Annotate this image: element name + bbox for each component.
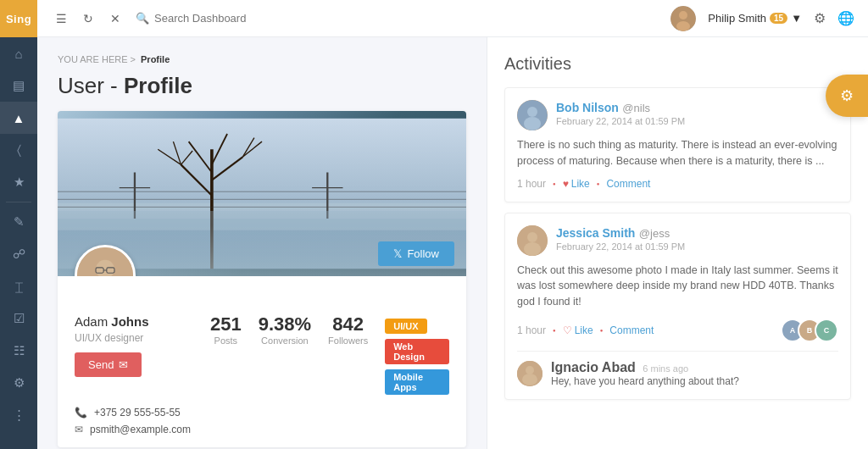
tag-uiux[interactable]: UI/UX — [385, 319, 426, 334]
dot-icon3: ● — [553, 328, 556, 333]
activity-actions: 1 hour ● ♥ Like ● Comment — [517, 178, 838, 190]
fab-button[interactable]: ⚙ — [826, 75, 868, 117]
activity-time: February 22, 2014 at 01:59 PM — [556, 116, 838, 126]
svg-point-34 — [527, 232, 537, 242]
activity-card: Bob Nilson @nils February 22, 2014 at 01… — [504, 87, 851, 202]
commenter-time: 6 mins ago — [643, 363, 688, 374]
envelope-icon: ✉ — [119, 358, 128, 371]
contact-phone: 📞 +375 29 555-55-55 — [75, 407, 449, 419]
close-icon[interactable]: ✕ — [105, 8, 125, 29]
mini-avatar-3: C — [815, 319, 838, 342]
mini-avatars: A B C — [781, 319, 838, 342]
stat-conversion-value: 9.38% — [259, 313, 311, 335]
activity-card-2: Jessica Smith @jess February 22, 2014 at… — [504, 213, 851, 400]
email-icon: ✉ — [75, 424, 83, 435]
refresh-icon[interactable]: ↻ — [78, 8, 98, 29]
left-panel: YOU ARE HERE > Profile User - Profile — [37, 37, 487, 449]
sidebar-item-settings[interactable]: ⚙ — [0, 367, 37, 399]
like-button-2[interactable]: ♡ Like — [563, 324, 593, 336]
svg-point-1 — [679, 11, 687, 19]
dot-icon2: ● — [597, 181, 600, 186]
activity-meta-2: Jessica Smith @jess February 22, 2014 at… — [556, 225, 838, 252]
activity-time-2: February 22, 2014 at 01:59 PM — [556, 241, 838, 252]
profile-contact: 📞 +375 29 555-55-55 ✉ psmith@example.com — [58, 407, 466, 447]
follow-button[interactable]: 𝕏 Follow — [378, 241, 454, 266]
stat-conversion: 9.38% Conversion — [259, 313, 311, 395]
heart-icon-2: ♡ — [563, 324, 572, 336]
sidebar: Sing ⌂ ▤ ▲ 〈 ★ ✎ ☍ ⌶ ☑ ☷ ⚙ ⋮ — [0, 0, 37, 449]
breadcrumb: YOU ARE HERE > Profile — [58, 54, 466, 64]
tag-webdesign[interactable]: Web Design — [385, 339, 449, 364]
sidebar-item-edit[interactable]: ✎ — [0, 206, 37, 238]
topbar: ☰ ↻ ✕ 🔍 Philip Smith 15 ▼ ⚙ 🌐 — [37, 0, 868, 37]
gear-icon[interactable]: ⚙ — [814, 10, 826, 26]
search-input[interactable] — [154, 12, 307, 25]
activity-user-name[interactable]: Bob Nilson — [556, 101, 619, 114]
sidebar-item-note[interactable]: ⌶ — [0, 270, 37, 302]
like-button[interactable]: ♥ Like — [563, 178, 590, 190]
tag-mobileapps[interactable]: Mobile Apps — [385, 369, 449, 395]
stat-posts-value: 251 — [210, 313, 242, 335]
svg-point-37 — [526, 366, 534, 374]
activity-actions-2: 1 hour ● ♡ Like ● Comment — [517, 324, 654, 336]
search-icon: 🔍 — [136, 12, 149, 25]
profile-name-area: Adam Johns UI/UX designer Send ✉ — [75, 313, 193, 377]
activity-name-line-2: Jessica Smith @jess — [556, 225, 838, 241]
activity-user-name-2[interactable]: Jessica Smith — [556, 226, 635, 240]
menu-icon[interactable]: ☰ — [51, 8, 71, 29]
activity-ago-2: 1 hour — [517, 324, 546, 336]
svg-point-38 — [522, 374, 537, 385]
sidebar-item-more[interactable]: ⋮ — [0, 399, 37, 431]
phone-number: +375 29 555-55-55 — [94, 407, 181, 419]
search-bar: 🔍 — [136, 12, 660, 25]
profile-name: Adam Johns — [75, 313, 193, 330]
right-panel: Activities Bob Nilson @nils — [487, 37, 868, 449]
stats-area: 251 Posts 9.38% Conversion 842 Followers — [210, 313, 449, 395]
topbar-right: Philip Smith 15 ▼ ⚙ 🌐 — [670, 6, 854, 31]
email-address: psmith@example.com — [90, 424, 191, 435]
svg-point-35 — [524, 242, 541, 256]
stat-followers: 842 Followers — [328, 313, 368, 395]
sidebar-divider — [6, 202, 31, 202]
activities-title: Activities — [504, 54, 851, 74]
svg-point-2 — [676, 21, 690, 31]
dropdown-icon[interactable]: ▼ — [791, 12, 802, 25]
profile-info-section: Adam Johns UI/UX designer Send ✉ 251 Pos… — [58, 276, 466, 407]
dot-icon4: ● — [600, 328, 604, 333]
contact-email: ✉ psmith@example.com — [75, 424, 449, 435]
main-area: ☰ ↻ ✕ 🔍 Philip Smith 15 ▼ ⚙ 🌐 — [37, 0, 868, 449]
sidebar-item-profile[interactable]: ▲ — [0, 102, 37, 134]
activity-avatar — [517, 100, 548, 130]
sidebar-item-dashboard[interactable]: ▤ — [0, 69, 37, 102]
comment-text: Hey, have you heard anything about that? — [551, 375, 739, 387]
comment-button[interactable]: Comment — [606, 178, 650, 190]
activity-text-2: Check out this awesome photo I made in I… — [517, 263, 838, 310]
activity-meta: Bob Nilson @nils February 22, 2014 at 01… — [556, 100, 838, 126]
sidebar-item-grid[interactable]: ☷ — [0, 335, 37, 367]
activity-handle-2: @jess — [639, 227, 670, 240]
globe-icon[interactable]: 🌐 — [837, 10, 854, 26]
phone-icon: 📞 — [75, 407, 87, 419]
send-button[interactable]: Send ✉ — [75, 352, 142, 377]
user-name[interactable]: Philip Smith 15 ▼ — [708, 12, 802, 25]
sidebar-item-arrow[interactable]: 〈 — [0, 134, 37, 166]
sidebar-item-check[interactable]: ☑ — [0, 302, 37, 335]
breadcrumb-current: Profile — [141, 54, 170, 64]
comment-content: Ignacio Abad 6 mins ago Hey, have you he… — [551, 360, 739, 387]
sidebar-item-star[interactable]: ★ — [0, 166, 37, 198]
comment-button-2[interactable]: Comment — [609, 324, 654, 336]
commenter-name: Ignacio Abad — [551, 360, 636, 374]
stat-posts: 251 Posts — [210, 313, 242, 395]
activity-comment-section: Ignacio Abad 6 mins ago Hey, have you he… — [517, 351, 838, 387]
page-title: User - Profile — [58, 73, 466, 99]
dot-icon: ● — [553, 181, 556, 186]
sidebar-item-home[interactable]: ⌂ — [0, 37, 37, 69]
profile-card: 𝕏 Follow Adam Johns UI/UX designer Send … — [58, 111, 466, 447]
activity-header: Bob Nilson @nils February 22, 2014 at 01… — [517, 100, 838, 130]
commenter-avatar — [517, 361, 542, 386]
profile-cover: 𝕏 Follow — [58, 111, 466, 276]
stat-followers-label: Followers — [328, 335, 368, 346]
content: YOU ARE HERE > Profile User - Profile — [37, 37, 868, 449]
sidebar-item-chart[interactable]: ☍ — [0, 238, 37, 270]
heart-icon: ♥ — [563, 178, 569, 190]
